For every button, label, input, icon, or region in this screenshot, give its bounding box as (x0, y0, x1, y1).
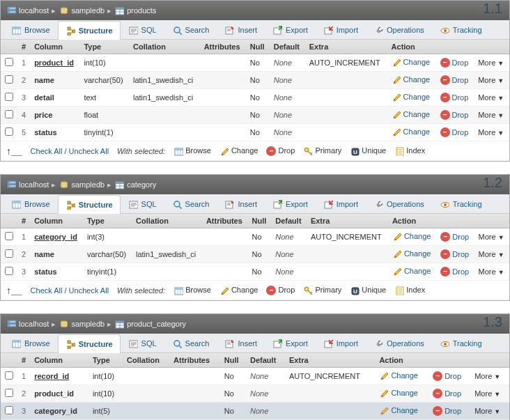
tab-export[interactable]: Export (265, 194, 316, 213)
drop-link[interactable]: –Drop (440, 75, 469, 85)
tab-sql[interactable]: SQL (121, 194, 164, 213)
footer-index[interactable]: Index (394, 146, 425, 156)
change-link[interactable]: Change (392, 109, 431, 119)
check-all-link[interactable]: Check All / Uncheck All (31, 147, 109, 155)
change-link[interactable]: Change (392, 249, 431, 258)
tab-export[interactable]: Export (265, 20, 316, 39)
tab-import[interactable]: Import (316, 334, 366, 352)
tab-browse[interactable]: Browse (3, 20, 58, 39)
tab-structure[interactable]: Structure (58, 195, 121, 214)
footer-browse[interactable]: Browse (173, 146, 211, 156)
crumb-table[interactable]: product_category (114, 319, 186, 329)
tab-operations[interactable]: Operations (366, 20, 432, 39)
row-checkbox[interactable] (5, 371, 13, 380)
operations-icon (373, 339, 383, 348)
crumb-host[interactable]: localhost (6, 319, 49, 329)
crumb-host[interactable]: localhost (6, 6, 49, 15)
change-link[interactable]: Change (392, 92, 431, 102)
footer-primary[interactable]: Primary (303, 146, 341, 156)
row-checkbox[interactable] (5, 127, 13, 136)
tab-tracking[interactable]: Tracking (432, 334, 490, 352)
row-checkbox[interactable] (5, 406, 13, 414)
more-dropdown[interactable]: More ▼ (479, 267, 504, 276)
tab-search[interactable]: Search (164, 194, 217, 213)
tab-insert[interactable]: Insert (217, 20, 265, 39)
drop-link[interactable]: –Drop (433, 406, 461, 416)
tab-structure[interactable]: Structure (58, 21, 121, 40)
change-link[interactable]: Change (379, 388, 418, 398)
footer-drop[interactable]: – Drop (266, 146, 295, 156)
pencil-icon (219, 286, 229, 295)
footer-unique[interactable]: Unique (350, 286, 386, 295)
drop-link[interactable]: –Drop (440, 127, 469, 137)
operations-icon (373, 25, 383, 35)
more-dropdown[interactable]: More ▼ (474, 389, 500, 398)
tab-import[interactable]: Import (316, 194, 366, 213)
more-dropdown[interactable]: More ▼ (474, 407, 500, 415)
search-icon (172, 339, 182, 348)
footer-browse[interactable]: Browse (173, 286, 211, 295)
tab-tracking[interactable]: Tracking (432, 194, 490, 213)
row-checkbox[interactable] (5, 58, 13, 66)
tab-sql[interactable]: SQL (121, 334, 164, 352)
crumb-table[interactable]: category (114, 180, 156, 189)
col-extra: AUTO_INCREMENT (307, 228, 388, 246)
drop-link[interactable]: –Drop (440, 232, 469, 242)
crumb-host[interactable]: localhost (6, 180, 49, 189)
change-link[interactable]: Change (392, 57, 431, 67)
more-dropdown[interactable]: More ▼ (479, 250, 504, 258)
change-link[interactable]: Change (392, 75, 431, 84)
drop-link[interactable]: –Drop (440, 267, 469, 277)
drop-link[interactable]: –Drop (433, 371, 461, 381)
drop-link[interactable]: –Drop (440, 110, 469, 120)
crumb-db[interactable]: sampledb (59, 319, 105, 329)
tab-export[interactable]: Export (265, 334, 316, 352)
more-dropdown[interactable]: More ▼ (474, 372, 500, 380)
tab-tracking[interactable]: Tracking (432, 20, 490, 39)
footer-primary[interactable]: Primary (303, 286, 341, 295)
tab-search[interactable]: Search (164, 334, 217, 352)
change-link[interactable]: Change (379, 405, 418, 415)
crumb-db[interactable]: sampledb (59, 6, 105, 15)
tab-structure[interactable]: Structure (58, 334, 121, 353)
tab-sql[interactable]: SQL (121, 20, 164, 39)
tab-search[interactable]: Search (164, 20, 217, 39)
row-checkbox[interactable] (5, 249, 13, 258)
row-checkbox[interactable] (5, 110, 13, 118)
more-dropdown[interactable]: More ▼ (478, 128, 504, 137)
row-checkbox[interactable] (5, 232, 13, 240)
crumb-table[interactable]: products (114, 6, 156, 15)
change-link[interactable]: Change (392, 127, 431, 137)
tab-insert[interactable]: Insert (217, 334, 265, 352)
change-link[interactable]: Change (379, 371, 418, 380)
tab-browse[interactable]: Browse (3, 194, 58, 213)
more-dropdown[interactable]: More ▼ (478, 76, 504, 84)
drop-link[interactable]: –Drop (440, 93, 469, 102)
footer-change[interactable]: Change (219, 146, 258, 156)
crumb-db[interactable]: sampledb (59, 180, 105, 189)
footer-unique[interactable]: Unique (350, 146, 386, 156)
row-checkbox[interactable] (5, 389, 13, 397)
tab-import[interactable]: Import (316, 20, 366, 39)
drop-link[interactable]: –Drop (440, 58, 469, 68)
tab-operations[interactable]: Operations (366, 334, 432, 352)
tab-operations[interactable]: Operations (366, 194, 432, 213)
row-checkbox[interactable] (5, 75, 13, 84)
change-link[interactable]: Change (392, 266, 431, 276)
more-dropdown[interactable]: More ▼ (478, 93, 504, 102)
row-checkbox[interactable] (5, 93, 13, 101)
tab-browse[interactable]: Browse (3, 334, 58, 352)
drop-link[interactable]: –Drop (433, 389, 461, 398)
more-dropdown[interactable]: More ▼ (479, 233, 504, 241)
footer-index[interactable]: Index (394, 286, 425, 295)
more-dropdown[interactable]: More ▼ (478, 111, 504, 119)
more-dropdown[interactable]: More ▼ (478, 59, 504, 67)
export-icon (272, 199, 282, 209)
row-checkbox[interactable] (5, 267, 13, 275)
change-link[interactable]: Change (392, 231, 431, 241)
footer-drop[interactable]: – Drop (266, 286, 295, 295)
footer-change[interactable]: Change (219, 286, 258, 295)
check-all-link[interactable]: Check All / Uncheck All (31, 286, 109, 295)
tab-insert[interactable]: Insert (217, 194, 265, 213)
drop-link[interactable]: –Drop (440, 249, 469, 259)
